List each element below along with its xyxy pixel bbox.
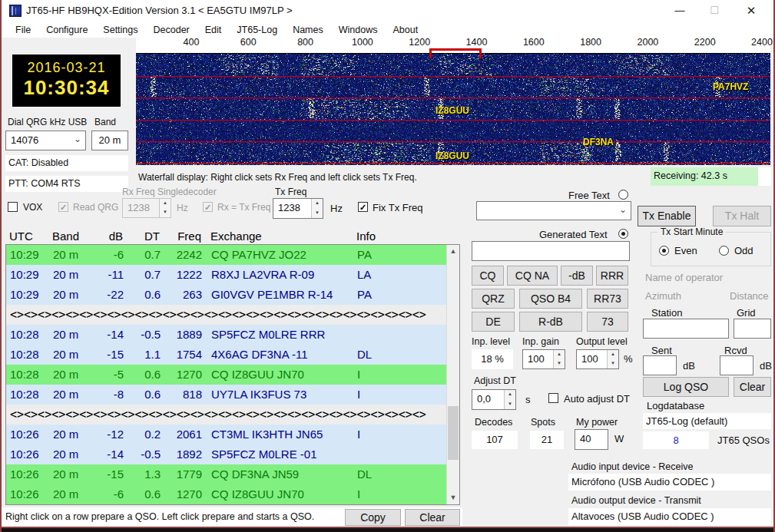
free-text-combo[interactable]: ⌄ [476,201,631,220]
my-power-input[interactable]: 40 [575,429,608,450]
sent-input[interactable] [643,355,677,375]
cell-info: PA [348,285,459,305]
table-row[interactable]: 10:2820 m-14-0.51889SP5FCZ M0LRE RRR [6,325,459,345]
clear-table-button[interactable]: Clear [405,509,460,526]
column-header: Freq [163,228,204,244]
audio-out-value: Altavoces (USB Audio CODEC ) [568,508,771,525]
table-row[interactable]: 10:2820 m-80.6818UY7LA IK3FUS 73I [6,385,459,405]
cat-status: CAT: Disabled [5,155,128,171]
spinner-arrows-icon[interactable]: ▲▼ [504,390,515,409]
cell-band: 20 m [53,245,96,265]
distance-label: Distance [730,290,769,302]
table-row[interactable]: 10:2620 m-60.61270CQ IZ8GUU JN70I [6,484,459,504]
table-row[interactable]: 10:2920 m-60.72242CQ PA7HVZ JO22PA [6,245,459,265]
output-level-spinner[interactable]: 100 ▲▼ [576,349,619,369]
clear-qso-button[interactable]: Clear [734,377,771,397]
column-header: Info [347,228,460,244]
cell-db: -15 [96,345,127,365]
scroll-up-icon[interactable]: ▲ [447,245,459,258]
table-row[interactable]: 10:2920 m-220.6263GI0VGV PE1MBR R-14PA [6,285,459,305]
close-button[interactable]: ✕ [738,0,764,21]
msg-button-cq-na[interactable]: CQ NA [507,266,558,286]
menu-item-settings[interactable]: Settings [95,25,145,35]
copy-button[interactable]: Copy [345,509,401,526]
menu-item-decoder[interactable]: Decoder [146,25,197,35]
generated-text-input[interactable] [472,241,630,261]
free-text-radio[interactable] [618,190,628,200]
auto-adjust-dt-checkbox[interactable] [548,393,558,403]
rx-eq-tx-label: Rx = Tx Freq [217,202,270,213]
frequency-scale[interactable]: 4006008001000120014001600180020002200240… [136,36,770,54]
logdatabase-label: Logdatabase [647,400,704,411]
cell-exchange: CQ DF3NA JN59 [205,464,348,484]
log-qso-button[interactable]: Log QSO [643,377,729,397]
menu-item-windows[interactable]: Windows [331,25,386,35]
even-radio[interactable] [659,246,669,256]
menu-item-edit[interactable]: Edit [197,25,230,35]
table-scrollbar[interactable]: ▲ ▼ [446,245,459,504]
scale-label: 2000 [637,37,658,48]
cell-info: DL [348,345,459,365]
vox-checkbox[interactable] [8,202,18,212]
inp-gain-spinner[interactable]: 100 ▲▼ [522,349,565,369]
table-row[interactable]: <><><><><><><><><><><><><><><><><><><><>… [6,305,459,325]
rcvd-input[interactable] [720,355,753,375]
scroll-down-icon[interactable]: ▼ [447,491,459,504]
table-row[interactable]: 10:2620 m-14-0.51892SP5FCZ M0LRE -01 [6,444,459,464]
msg-button-qrz[interactable]: QRZ [472,289,515,309]
msg-button-qso-b4[interactable]: QSO B4 [519,289,582,309]
spinner-arrows-icon[interactable]: ▲▼ [159,199,171,217]
rx-eq-tx-checkbox[interactable] [203,202,213,212]
scale-label: 400 [184,37,200,48]
grid-input[interactable] [734,319,771,339]
table-row[interactable]: 10:2820 m-151.117544X6AG DF3NA -11DL [6,345,459,365]
cell-info: PA [348,245,459,265]
cell-freq: 1222 [164,265,205,285]
msg-button-73[interactable]: 73 [587,312,628,332]
rx-freq-label: Rx Freq Singledecoder [122,187,217,197]
fix-tx-checkbox[interactable] [358,202,368,212]
spinner-arrows-icon[interactable]: ▲▼ [311,199,323,218]
menu-item-jt65-log[interactable]: JT65-Log [229,25,285,35]
cell-info [348,325,459,345]
scale-label: 1600 [523,37,545,48]
msg-button-cq[interactable]: CQ [472,266,504,286]
table-row[interactable]: 10:2820 m-50.61270CQ IZ8GUU JN70I [6,365,459,385]
scale-label: 1400 [466,37,488,48]
table-hint: Right click on a row prepare a QSO. Left… [5,511,314,522]
read-qrg-checkbox[interactable] [58,202,68,212]
scale-label: 1000 [352,37,373,48]
window-title: JT65-HF HB9HQX-Edition Version 3.1 < EA5… [26,5,293,16]
menu-item-names[interactable]: Names [285,25,331,35]
rx-freq-spinner[interactable]: 1238 ▲▼ [122,198,171,218]
tx-halt-button[interactable]: Tx Halt [713,206,771,226]
cell-utc: 10:26 [10,444,53,464]
spinner-arrows-icon[interactable]: ▲▼ [607,350,618,368]
table-row[interactable]: 10:2620 m-120.22061CT3ML IK3HTH JN65I [6,425,459,444]
tx-freq-spinner[interactable]: 1238 ▲▼ [273,198,323,219]
maximize-button[interactable]: ☐ [701,0,727,21]
msg-button-rr73[interactable]: RR73 [587,289,628,309]
msg-button-r-db[interactable]: R-dB [519,312,582,332]
cell-dt: 0.2 [127,425,164,444]
menu-item-about[interactable]: About [385,25,426,35]
generated-text-radio[interactable] [618,229,628,239]
station-input[interactable] [643,319,729,339]
adjust-dt-spinner[interactable]: 0,0 ▲▼ [472,389,516,410]
tx-enable-button[interactable]: Tx Enable [638,206,696,226]
spinner-arrows-icon[interactable]: ▲▼ [553,350,565,368]
msg-button--db[interactable]: -dB [561,266,593,286]
msg-button-rrr[interactable]: RRR [596,266,628,286]
dial-qrg-combo[interactable]: 14076 ⌄ [5,131,86,150]
menu-item-configure[interactable]: Configure [38,25,95,35]
table-row[interactable]: <><><><><><><><><><><><><><><><><><><><>… [6,405,459,425]
menu-item-file[interactable]: File [8,25,38,35]
band-field[interactable]: 20 m [91,131,128,150]
scroll-thumb[interactable] [448,406,459,460]
msg-button-de[interactable]: DE [472,312,515,332]
table-row[interactable]: 10:2620 m-151.31779CQ DF3NA JN59DL [6,464,459,484]
free-text-label: Free Text [568,190,610,201]
minimize-button[interactable]: — [667,0,693,21]
odd-radio[interactable] [719,246,729,256]
table-row[interactable]: 10:2920 m-110.71222R8XJ LA2VRA R-09LA [6,265,459,285]
